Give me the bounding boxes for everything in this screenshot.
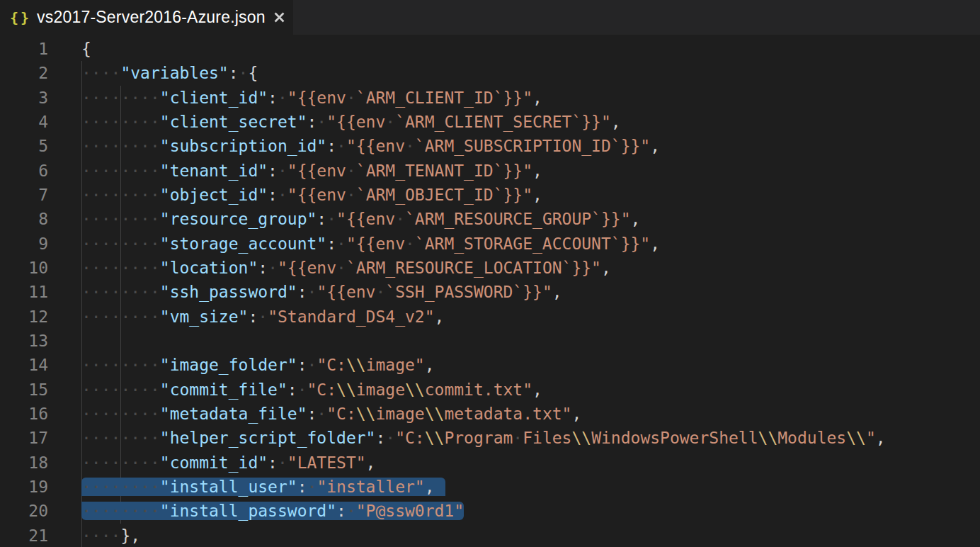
code-line[interactable]: 19········"install_user":·"installer", xyxy=(0,475,980,499)
code-line-content[interactable]: ········"vm_size":·"Standard_DS4_v2", xyxy=(81,305,444,329)
code-line-content[interactable]: ········"commit_id":·"LATEST", xyxy=(81,451,375,475)
whitespace-dots: · xyxy=(336,137,346,155)
whitespace-dots: · xyxy=(307,356,317,374)
whitespace-dots: ········ xyxy=(81,308,160,326)
punctuation: : xyxy=(307,405,317,423)
json-string: "C: xyxy=(395,429,425,447)
code-line[interactable]: 13 xyxy=(0,329,980,353)
code-line-content[interactable]: ········"client_id":·"{{env·`ARM_CLIENT_… xyxy=(81,86,542,110)
escape-sequence: \\ xyxy=(346,356,366,374)
code-line[interactable]: 18········"commit_id":·"LATEST", xyxy=(0,451,980,475)
punctuation: , xyxy=(532,186,542,204)
json-string: `ARM_CLIENT_SECRET`}}" xyxy=(395,113,611,131)
json-key: "client_id" xyxy=(160,89,268,107)
code-lines: 1{2····"variables":·{3········"client_id… xyxy=(0,35,980,547)
code-line-content[interactable]: { xyxy=(81,37,91,61)
json-string: image" xyxy=(366,356,425,374)
code-line[interactable]: 14········"image_folder":·"C:\\image", xyxy=(0,353,980,377)
code-line[interactable]: 21····}, xyxy=(0,524,980,547)
code-line-content[interactable]: ········"object_id":·"{{env·`ARM_OBJECT_… xyxy=(81,183,542,207)
code-line-content[interactable]: ····"variables":·{ xyxy=(81,61,258,85)
code-line[interactable]: 17········"helper_script_folder":·"C:\\P… xyxy=(0,426,980,450)
text-selection: ········"install_password":·"P@ssw0rd1" xyxy=(81,502,464,520)
whitespace-dots: · xyxy=(346,502,356,520)
whitespace-dots: ········ xyxy=(81,235,160,253)
code-line[interactable]: 4········"client_secret":·"{{env·`ARM_CL… xyxy=(0,110,980,134)
code-line-content[interactable]: ········"tenant_id":·"{{env·`ARM_TENANT_… xyxy=(81,159,542,183)
whitespace-dots: · xyxy=(395,210,405,228)
whitespace-dots: · xyxy=(307,478,317,496)
whitespace-dots: ········ xyxy=(81,453,160,472)
code-line-content[interactable]: ········"install_user":·"installer", xyxy=(81,475,445,499)
json-string: `ARM_TENANT_ID`}}" xyxy=(356,162,532,180)
tab-title: vs2017-Server2016-Azure.json xyxy=(37,8,266,27)
json-string: "{{env xyxy=(287,162,346,180)
whitespace-dots: · xyxy=(317,113,326,131)
code-line[interactable]: 11········"ssh_password":·"{{env·`SSH_PA… xyxy=(0,280,980,304)
json-file-icon: {} xyxy=(10,9,31,26)
json-string: "{{env xyxy=(326,113,385,131)
json-string: "C: xyxy=(307,380,337,399)
whitespace-dots: · xyxy=(307,283,317,301)
code-line-content[interactable]: ········"location":·"{{env·`ARM_RESOURCE… xyxy=(81,256,611,280)
code-line[interactable]: 9········"storage_account":·"{{env·`ARM_… xyxy=(0,232,980,256)
code-line-content[interactable]: ········"subscription_id":·"{{env·`ARM_S… xyxy=(81,134,660,158)
json-string: "C: xyxy=(326,405,356,423)
code-line-content[interactable]: ····}, xyxy=(81,524,140,547)
code-line-content[interactable]: ········"resource_group":·"{{env·`ARM_RE… xyxy=(81,207,640,231)
code-line-content[interactable]: ········"helper_script_folder":·"C:\\Pro… xyxy=(81,426,886,450)
code-line[interactable]: 6········"tenant_id":·"{{env·`ARM_TENANT… xyxy=(0,159,980,183)
code-line[interactable]: 2····"variables":·{ xyxy=(0,61,980,85)
code-editor[interactable]: 1{2····"variables":·{3········"client_id… xyxy=(0,35,980,547)
json-key: "image_folder" xyxy=(160,356,297,374)
punctuation: : xyxy=(287,380,297,399)
escape-sequence: \\ xyxy=(405,380,425,399)
code-line[interactable]: 10········"location":·"{{env·`ARM_RESOUR… xyxy=(0,256,980,280)
json-key: "commit_id" xyxy=(160,453,268,472)
escape-sequence: \\ xyxy=(336,380,356,399)
code-line[interactable]: 15········"commit_file":·"C:\\image\\com… xyxy=(0,378,980,402)
editor-tab[interactable]: {} vs2017-Server2016-Azure.json xyxy=(0,0,293,35)
escape-sequence: \\ xyxy=(846,429,866,447)
tab-close-button[interactable] xyxy=(273,10,286,26)
punctuation: : xyxy=(268,186,278,204)
code-line-content[interactable]: ········"client_secret":·"{{env·`ARM_CLI… xyxy=(81,110,621,134)
code-line[interactable]: 16········"metadata_file":·"C:\\image\\m… xyxy=(0,402,980,426)
code-line-content[interactable]: ········"image_folder":·"C:\\image", xyxy=(81,353,435,377)
escape-sequence: \\ xyxy=(425,405,445,423)
punctuation: : xyxy=(297,283,307,301)
punctuation: : xyxy=(375,429,385,447)
whitespace-dots: ···· xyxy=(81,64,120,82)
code-line[interactable]: 3········"client_id":·"{{env·`ARM_CLIENT… xyxy=(0,86,980,110)
code-line-content[interactable]: ········"storage_account":·"{{env·`ARM_S… xyxy=(81,232,660,256)
line-number: 14 xyxy=(0,353,48,377)
code-line-content[interactable]: ········"install_password":·"P@ssw0rd1" xyxy=(81,499,464,523)
punctuation: : xyxy=(326,137,336,155)
code-line[interactable]: 7········"object_id":·"{{env·`ARM_OBJECT… xyxy=(0,183,980,207)
code-line[interactable]: 20········"install_password":·"P@ssw0rd1… xyxy=(0,499,980,523)
escape-sequence: \\ xyxy=(571,429,591,447)
punctuation: { xyxy=(81,40,91,58)
escape-sequence: \\ xyxy=(425,429,445,447)
code-line-content[interactable]: ········"commit_file":·"C:\\image\\commi… xyxy=(81,378,542,402)
line-number: 20 xyxy=(0,499,48,523)
whitespace-dots: ········ xyxy=(81,356,160,374)
json-key: "location" xyxy=(160,259,258,277)
json-key: "install_user" xyxy=(160,478,297,496)
code-line[interactable]: 5········"subscription_id":·"{{env·`ARM_… xyxy=(0,134,980,158)
code-line-content[interactable]: ········"metadata_file":·"C:\\image\\met… xyxy=(81,402,581,426)
code-line[interactable]: 8········"resource_group":·"{{env·`ARM_R… xyxy=(0,207,980,231)
whitespace-dots: ········ xyxy=(81,89,160,107)
json-string: Program xyxy=(444,429,513,447)
json-key: "tenant_id" xyxy=(160,162,268,180)
json-string: `ARM_SUBSCRIPTION_ID`}}" xyxy=(415,137,650,155)
json-string: "{{env xyxy=(346,137,405,155)
whitespace-dots: · xyxy=(336,235,346,253)
code-line[interactable]: 1{ xyxy=(0,37,980,61)
json-string: "{{env xyxy=(287,89,346,107)
code-line-content[interactable]: ········"ssh_password":·"{{env·`SSH_PASS… xyxy=(81,280,562,304)
json-string: "LATEST" xyxy=(287,453,366,472)
code-line[interactable]: 12········"vm_size":·"Standard_DS4_v2", xyxy=(0,305,980,329)
json-string: image xyxy=(356,380,405,399)
whitespace-dots: ········ xyxy=(81,429,160,447)
